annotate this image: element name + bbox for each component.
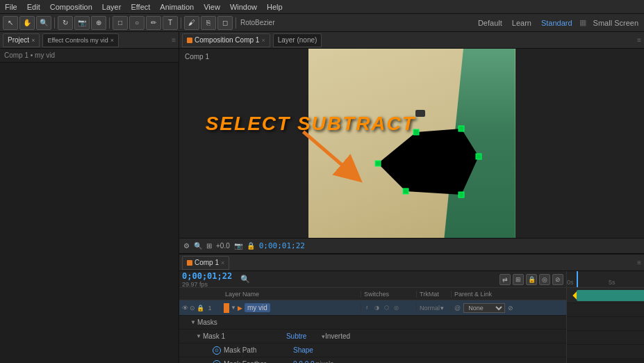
timeline-panel-menu[interactable]: ≡ xyxy=(637,259,641,266)
timeline-tab-label: Comp 1 xyxy=(195,259,219,266)
viewer-camera-icon[interactable]: 📷 xyxy=(234,242,242,250)
hand-tool[interactable]: ✋ xyxy=(19,16,35,30)
menu-layer[interactable]: Layer xyxy=(100,3,124,11)
comp-panel-menu[interactable]: ≡ xyxy=(637,36,641,44)
track-clip-1[interactable] xyxy=(577,290,644,301)
zoom-tool[interactable]: 🔍 xyxy=(36,16,51,30)
menu-animation[interactable]: Animation xyxy=(158,3,196,11)
parent-dropdown-icon[interactable]: ⊘ xyxy=(508,305,513,312)
menu-edit[interactable]: Edit xyxy=(25,3,42,11)
menu-view[interactable]: View xyxy=(201,3,222,11)
menu-help[interactable]: Help xyxy=(265,3,285,11)
handle-top-left[interactable] xyxy=(413,129,419,135)
tab-project-label: Project xyxy=(8,36,29,44)
camera-tool[interactable]: 📷 xyxy=(74,16,90,30)
tab-timeline-comp1[interactable]: Comp 1 × xyxy=(182,256,229,270)
timeline-icon-1[interactable]: ⇄ xyxy=(499,274,511,285)
parent-label: @ xyxy=(454,305,461,312)
pan-behind-tool[interactable]: ⊕ xyxy=(91,16,106,30)
rotate-tool[interactable]: ↻ xyxy=(58,16,73,30)
menu-composition[interactable]: Composition xyxy=(48,3,94,11)
workspace-default[interactable]: Default xyxy=(475,19,505,27)
clone-tool[interactable]: ⎘ xyxy=(201,16,216,30)
viewer-zoom-icon[interactable]: 🔍 xyxy=(194,242,202,250)
mask-path-label: Mask Path xyxy=(224,346,293,354)
mask-1-mode[interactable]: Subtre xyxy=(286,332,321,340)
viewer-timecode: 0;00;01;22 xyxy=(259,241,305,250)
timeline-tab-bar: Comp 1 × ≡ xyxy=(179,255,644,271)
tab-composition[interactable]: Composition Comp 1 × xyxy=(182,33,270,47)
layer-1-mode-chevron[interactable]: ▾ xyxy=(440,305,444,312)
layer-row-1[interactable]: 👁 ⊙ 🔒 1 ▼ ▶ my vid f xyxy=(179,300,566,316)
rect-mask-tool[interactable]: □ xyxy=(113,16,128,30)
text-tool[interactable]: T xyxy=(163,16,178,30)
timeline-timecode[interactable]: 0;00;01;22 xyxy=(182,271,232,281)
comp-viewer-label: Comp 1 xyxy=(185,53,209,60)
workspace-small-screen[interactable]: Small Screen xyxy=(591,19,641,27)
layer-1-visibility[interactable]: 👁 xyxy=(182,305,188,312)
handle-left[interactable] xyxy=(375,161,381,166)
left-panel-tab-bar: Project × Effect Controls my vid × ≡ xyxy=(0,32,179,49)
timeline-tab-close[interactable]: × xyxy=(221,259,224,266)
mask-feather-stopwatch[interactable]: ⊙ xyxy=(213,360,221,364)
layer-list: 0;00;01;22 29.97 fps 🔍 ⇄ ⊞ 🔒 ◎ ⊘ xyxy=(179,271,567,363)
workspace-learn[interactable]: Learn xyxy=(509,19,534,27)
breadcrumb-text: Comp 1 • my vid xyxy=(4,51,55,59)
pen-tool[interactable]: ✏ xyxy=(146,16,161,30)
viewer-zoom-value: +0.0 xyxy=(216,242,230,250)
layer-1-chevron[interactable]: ▼ xyxy=(231,305,236,311)
workspace-standard[interactable]: Standard xyxy=(538,19,575,27)
left-panel-menu[interactable]: ≡ xyxy=(172,36,176,44)
tab-effect-controls[interactable]: Effect Controls my vid × xyxy=(42,33,119,47)
center-area: Composition Comp 1 × Layer (none) ≡ Comp… xyxy=(179,32,644,363)
switch-motion-blur[interactable]: ◑ xyxy=(372,304,381,312)
layer-1-number: 1 xyxy=(206,305,214,312)
viewer-bottom-controls: ⚙ 🔍 ⊞ +0.0 📷 🔒 0;00;01;22 xyxy=(179,238,644,253)
brush-tool[interactable]: 🖌 xyxy=(184,16,199,30)
masks-label: Masks xyxy=(197,318,217,326)
mask-1-chevron[interactable]: ▼ xyxy=(196,333,201,339)
switch-fx[interactable]: f xyxy=(363,304,371,312)
tab-effect-controls-close[interactable]: × xyxy=(110,37,114,44)
tab-layer[interactable]: Layer (none) xyxy=(273,33,322,47)
viewer-grid-icon[interactable]: ⊞ xyxy=(206,242,212,250)
menu-file[interactable]: File xyxy=(3,3,19,11)
masks-header-row[interactable]: ▼ Masks xyxy=(179,316,566,330)
layer-1-solo[interactable]: ⊙ xyxy=(190,305,195,312)
layer-1-parent-dropdown[interactable]: None xyxy=(463,303,505,313)
timeline-icon-4[interactable]: ◎ xyxy=(539,274,550,285)
mask-path-value[interactable]: Shape xyxy=(293,346,313,354)
tab-composition-close[interactable]: × xyxy=(261,37,265,44)
timeline-icon-5[interactable]: ⊘ xyxy=(552,274,563,285)
layer-1-name[interactable]: my vid xyxy=(245,303,270,312)
search-icon[interactable]: 🔍 xyxy=(240,275,250,284)
handle-bottom-right[interactable] xyxy=(459,192,464,197)
viewer-mask-icon[interactable]: 🔒 xyxy=(247,242,255,250)
menu-effect[interactable]: Effect xyxy=(129,3,152,11)
viewer-icon-1[interactable]: ⚙ xyxy=(183,242,190,250)
mask-feather-unit: pixels xyxy=(316,360,334,363)
mask-1-inverted: Inverted xyxy=(325,332,350,340)
handle-top-right[interactable] xyxy=(459,126,464,131)
mask-1-row[interactable]: ▼ Mask 1 Subtre ▾ Inverted xyxy=(179,330,566,344)
layer-1-lock[interactable]: 🔒 xyxy=(197,305,204,312)
timeline-icon-3[interactable]: 🔒 xyxy=(526,274,537,285)
ellipse-mask-tool[interactable]: ○ xyxy=(129,16,145,30)
layer-1-trkmat: Normal ▾ xyxy=(417,305,452,312)
switch-adjustment[interactable]: ◎ xyxy=(392,304,400,312)
mask-path-stopwatch[interactable]: ⊙ xyxy=(213,346,221,355)
eraser-tool[interactable]: ◻ xyxy=(217,16,233,30)
handle-bottom-left[interactable] xyxy=(403,188,408,194)
tab-project-close[interactable]: × xyxy=(31,37,35,44)
handle-right[interactable] xyxy=(476,154,481,159)
timeline-icon-2[interactable]: ⊞ xyxy=(513,274,524,285)
time-indicator[interactable] xyxy=(577,271,578,287)
col-header-trkmat: TrkMat xyxy=(417,291,452,298)
switch-3d[interactable]: ⬡ xyxy=(382,304,390,312)
masks-chevron[interactable]: ▼ xyxy=(190,319,196,325)
rotobezier-label: RotoBezier xyxy=(239,19,276,26)
mask-feather-value[interactable]: 0.0,0.0 xyxy=(293,360,315,363)
selection-tool[interactable]: ↖ xyxy=(3,16,18,30)
tab-project[interactable]: Project × xyxy=(3,33,40,47)
menu-window[interactable]: Window xyxy=(228,3,259,11)
